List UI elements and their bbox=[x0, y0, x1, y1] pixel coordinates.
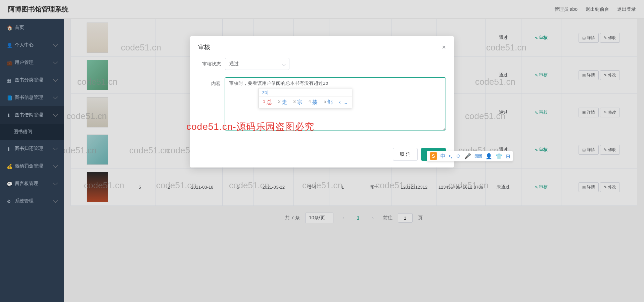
ime-shirt-icon[interactable]: 👕 bbox=[496, 153, 502, 159]
ime-logo-icon: S bbox=[430, 152, 437, 160]
ime-candidate[interactable]: 1总 bbox=[263, 99, 272, 106]
ime-popup: zo| 1总 2走 3宗 4揍 5邹 ‹⌄ bbox=[259, 88, 352, 108]
cancel-button[interactable]: 取 消 bbox=[393, 148, 418, 161]
ime-candidates: 1总 2走 3宗 4揍 5邹 ‹⌄ bbox=[259, 97, 352, 108]
status-label: 审核状态 bbox=[198, 58, 225, 70]
content-label: 内容 bbox=[198, 77, 225, 89]
close-icon[interactable]: × bbox=[442, 43, 446, 51]
chevron-down-icon[interactable]: ⌄ bbox=[343, 99, 348, 106]
ime-lang-toggle[interactable]: 中 bbox=[441, 153, 446, 159]
ime-candidate[interactable]: 5邹 bbox=[324, 99, 333, 106]
modal-title: 审核 bbox=[198, 43, 210, 51]
chevron-left-icon[interactable]: ‹ bbox=[339, 99, 340, 106]
ime-candidate[interactable]: 3宗 bbox=[293, 99, 302, 106]
ime-user-icon[interactable]: 👤 bbox=[486, 153, 492, 159]
ime-mic-icon[interactable]: 🎤 bbox=[464, 153, 471, 159]
modal-footer: 取 消 确 定 bbox=[190, 145, 454, 167]
ime-emoji-icon[interactable]: ☺ bbox=[456, 153, 461, 159]
ime-punct-icon[interactable]: •, bbox=[449, 153, 452, 159]
ime-keyboard-icon[interactable]: ⌨ bbox=[474, 153, 482, 159]
modal-header: 审核 × bbox=[190, 36, 454, 54]
ime-input-preview: zo| bbox=[259, 88, 352, 97]
ime-toolbar[interactable]: S 中 •, ☺ 🎤 ⌨ 👤 👕 ⊞ bbox=[427, 151, 513, 161]
ime-grid-icon[interactable]: ⊞ bbox=[506, 153, 510, 159]
ime-nav[interactable]: ‹⌄ bbox=[339, 99, 348, 106]
ime-candidate[interactable]: 4揍 bbox=[309, 99, 318, 106]
ime-candidate[interactable]: 2走 bbox=[278, 99, 287, 106]
status-select[interactable]: 通过 bbox=[225, 58, 289, 70]
